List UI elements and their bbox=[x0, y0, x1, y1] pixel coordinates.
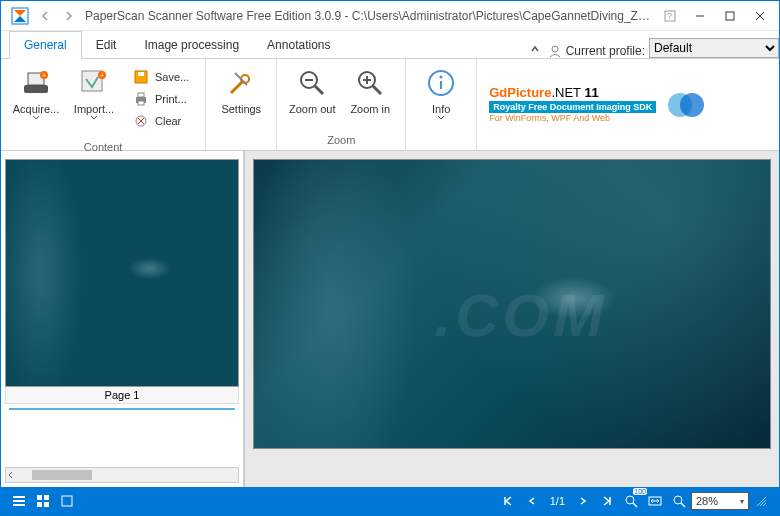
svg-rect-42 bbox=[44, 502, 49, 507]
svg-point-32 bbox=[440, 76, 443, 79]
scrollbar-handle[interactable] bbox=[32, 470, 92, 480]
ribbon-group-content: + Acquire... + Import... Save... Print..… bbox=[1, 59, 206, 150]
tab-general[interactable]: General bbox=[9, 31, 82, 59]
svg-rect-19 bbox=[138, 101, 144, 105]
zoom-in-icon bbox=[354, 67, 386, 99]
save-icon bbox=[133, 69, 149, 85]
sidebar-scrollbar[interactable] bbox=[5, 467, 239, 483]
info-button[interactable]: Info bbox=[412, 63, 470, 124]
zoom-out-icon bbox=[296, 67, 328, 99]
ad-logo-icon bbox=[666, 85, 706, 125]
page-thumbnail[interactable] bbox=[5, 159, 239, 387]
tab-edit[interactable]: Edit bbox=[82, 32, 131, 58]
import-icon: + bbox=[78, 67, 110, 99]
profile-select[interactable]: Default bbox=[649, 38, 779, 58]
tools-icon bbox=[225, 67, 257, 99]
page-indicator: 1/1 bbox=[544, 495, 571, 507]
fit-page-button[interactable] bbox=[667, 490, 691, 512]
collapse-ribbon-button[interactable] bbox=[522, 40, 548, 58]
svg-point-47 bbox=[674, 496, 682, 504]
ad-subtitle: Royalty Free Document Imaging SDK bbox=[489, 101, 656, 114]
acquire-button[interactable]: + Acquire... bbox=[7, 63, 65, 124]
svg-text:?: ? bbox=[667, 11, 672, 21]
nav-forward-button[interactable] bbox=[57, 5, 79, 27]
zoom-in-button[interactable]: Zoom in bbox=[341, 63, 399, 119]
svg-rect-38 bbox=[13, 504, 25, 506]
svg-rect-16 bbox=[138, 72, 144, 76]
tab-annotations[interactable]: Annotations bbox=[253, 32, 344, 58]
svg-line-28 bbox=[373, 86, 381, 94]
svg-rect-41 bbox=[37, 502, 42, 507]
ad-tagline: For WinForms, WPF And Web bbox=[489, 113, 656, 124]
svg-point-44 bbox=[626, 496, 634, 504]
maximize-button[interactable] bbox=[715, 3, 745, 29]
close-button[interactable] bbox=[745, 3, 775, 29]
chevron-down-icon bbox=[32, 115, 40, 120]
page-thumbnail-label: Page 1 bbox=[5, 387, 239, 404]
svg-rect-39 bbox=[37, 495, 42, 500]
scroll-left-icon[interactable] bbox=[6, 470, 16, 480]
import-button[interactable]: + Import... bbox=[65, 63, 123, 124]
resize-grip[interactable] bbox=[749, 490, 773, 512]
chevron-down-icon bbox=[90, 115, 98, 120]
svg-rect-4 bbox=[726, 12, 734, 20]
view-mode-grid-button[interactable] bbox=[31, 490, 55, 512]
displayed-image: .COM bbox=[253, 159, 771, 449]
svg-point-7 bbox=[552, 46, 558, 52]
main-area: Page 1 .COM bbox=[1, 151, 779, 487]
minimize-button[interactable] bbox=[685, 3, 715, 29]
app-icon bbox=[11, 7, 29, 25]
ribbon-group-settings: Settings bbox=[206, 59, 277, 150]
profile-label: Current profile: bbox=[548, 44, 649, 58]
svg-rect-18 bbox=[138, 93, 144, 97]
prev-page-button[interactable] bbox=[520, 490, 544, 512]
last-page-button[interactable] bbox=[595, 490, 619, 512]
next-page-button[interactable] bbox=[571, 490, 595, 512]
ribbon-group-label: Zoom bbox=[277, 132, 405, 150]
status-bar: 1/1 100 28% bbox=[1, 487, 779, 515]
scanner-icon: + bbox=[20, 67, 52, 99]
svg-rect-43 bbox=[62, 496, 72, 506]
zoom-select[interactable]: 28% bbox=[691, 492, 749, 510]
svg-text:+: + bbox=[42, 72, 46, 79]
window-title: PaperScan Scanner Software Free Edition … bbox=[79, 9, 655, 23]
svg-line-25 bbox=[315, 86, 323, 94]
ad-banner[interactable]: GdPicture.NET 11 Royalty Free Document I… bbox=[477, 59, 779, 150]
tab-image-processing[interactable]: Image processing bbox=[130, 32, 253, 58]
chevron-down-icon bbox=[437, 115, 445, 120]
zoom-out-button[interactable]: Zoom out bbox=[283, 63, 341, 119]
user-icon bbox=[548, 44, 562, 58]
separator-bar bbox=[9, 408, 235, 422]
thumbnails-panel: Page 1 bbox=[1, 151, 245, 487]
view-mode-list-button[interactable] bbox=[7, 490, 31, 512]
ribbon: + Acquire... + Import... Save... Print..… bbox=[1, 59, 779, 151]
print-icon bbox=[133, 91, 149, 107]
ad-title: GdPicture.NET 11 bbox=[489, 85, 656, 101]
clear-icon bbox=[133, 113, 149, 129]
help-icon[interactable]: ? bbox=[655, 3, 685, 29]
clear-button[interactable]: Clear bbox=[129, 111, 193, 131]
ribbon-tabs: General Edit Image processing Annotation… bbox=[1, 31, 779, 59]
print-button[interactable]: Print... bbox=[129, 89, 193, 109]
svg-line-45 bbox=[633, 503, 637, 507]
title-bar: PaperScan Scanner Software Free Edition … bbox=[1, 1, 779, 31]
svg-rect-36 bbox=[13, 496, 25, 498]
zoom-100-button[interactable]: 100 bbox=[619, 490, 643, 512]
watermark: .COM bbox=[435, 281, 608, 350]
nav-back-button[interactable] bbox=[35, 5, 57, 27]
ribbon-group-zoom: Zoom out Zoom in Zoom bbox=[277, 59, 406, 150]
view-mode-single-button[interactable] bbox=[55, 490, 79, 512]
first-page-button[interactable] bbox=[496, 490, 520, 512]
svg-line-48 bbox=[681, 503, 685, 507]
image-viewer[interactable]: .COM bbox=[245, 151, 779, 487]
svg-rect-37 bbox=[13, 500, 25, 502]
svg-point-35 bbox=[680, 93, 704, 117]
settings-button[interactable]: Settings bbox=[212, 63, 270, 119]
save-button[interactable]: Save... bbox=[129, 67, 193, 87]
svg-rect-8 bbox=[24, 85, 48, 93]
svg-text:+: + bbox=[100, 72, 104, 79]
info-icon bbox=[425, 67, 457, 99]
ribbon-group-info: Info bbox=[406, 59, 477, 150]
svg-rect-40 bbox=[44, 495, 49, 500]
